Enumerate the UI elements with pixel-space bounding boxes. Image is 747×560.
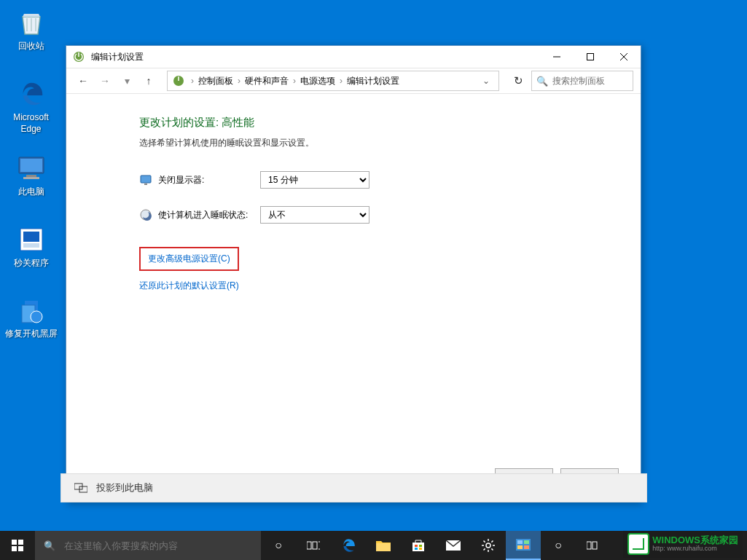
desktop-icon-sec-shutdown[interactable]: 秒关程序 [4,224,58,269]
watermark-brand: WINDOWS系统家园 [652,535,738,545]
taskbar-store[interactable] [401,531,436,560]
search-input[interactable] [552,76,628,86]
svg-rect-24 [18,546,23,551]
svg-rect-40 [517,545,523,549]
svg-rect-42 [587,542,591,549]
display-off-select[interactable]: 15 分钟 [260,171,369,189]
watermark-url: http: www.ruhaifu.com [652,545,738,553]
svg-rect-2 [26,175,36,177]
close-button[interactable] [607,46,641,68]
control-panel-window: 编辑计划设置 ← → ▾ ↑ › 控制面板 › 硬件和声音 › 电源 [66,45,641,502]
desktop-icon-label: 修复开机黑屏 [4,328,58,340]
taskbar-cortana-2[interactable]: ○ [541,531,576,560]
breadcrumb-item[interactable]: 编辑计划设置 [344,75,402,87]
desktop-icon-label: 此电脑 [4,186,58,198]
taskbar-control-panel[interactable] [506,531,541,560]
project-strip[interactable]: 投影到此电脑 [60,473,647,502]
taskbar-mail[interactable] [436,531,471,560]
desktop-icon-label: 回收站 [4,41,58,52]
chevron-right-icon: › [292,76,297,86]
watermark: WINDOWS系统家园 http: www.ruhaifu.com [623,530,743,558]
svg-rect-38 [517,540,523,544]
svg-rect-21 [12,540,17,545]
recent-dropdown[interactable]: ▾ [117,71,136,90]
svg-rect-32 [419,545,422,547]
power-options-icon [172,74,185,87]
taskbar-search[interactable]: 🔍 [35,531,261,560]
minimize-button[interactable] [540,46,574,68]
svg-rect-26 [313,542,317,549]
start-button[interactable] [0,531,35,560]
nav-row: ← → ▾ ↑ › 控制面板 › 硬件和声音 › 电源选项 › 编辑计划设置 ⌄… [66,68,641,94]
desktop-icon-label: 秒关程序 [4,258,58,269]
svg-rect-6 [23,243,39,248]
setting-label: 关闭显示器: [158,174,260,186]
svg-rect-33 [415,548,418,550]
fix-icon [16,295,47,326]
desktop-icon-fix-boot[interactable]: 修复开机黑屏 [4,295,58,340]
desktop-icon-this-pc[interactable]: 此电脑 [4,153,58,198]
setting-label: 使计算机进入睡眠状态: [158,209,260,221]
power-options-icon [72,50,85,63]
svg-rect-31 [415,545,418,547]
chevron-right-icon: › [338,76,344,86]
up-button[interactable]: ↑ [139,71,158,90]
display-icon [139,173,152,186]
taskbar-search-input[interactable] [64,540,252,551]
svg-rect-29 [376,543,391,551]
svg-rect-16 [141,176,151,183]
desktop-icon-label: Microsoft Edge [4,112,58,135]
project-icon [74,483,87,493]
restore-defaults-link[interactable]: 还原此计划的默认设置(R) [139,280,619,292]
task-view-button[interactable] [296,531,331,560]
svg-rect-5 [23,232,39,242]
setting-row-sleep: 使计算机进入睡眠状态: 从不 [139,206,619,224]
svg-rect-17 [144,184,147,185]
svg-rect-30 [412,543,424,551]
breadcrumb-item[interactable]: 硬件和声音 [242,75,292,87]
svg-rect-3 [23,177,39,179]
svg-rect-43 [592,542,597,549]
svg-rect-39 [524,540,529,544]
edge-icon [16,79,47,109]
back-button[interactable]: ← [74,71,93,90]
refresh-button[interactable]: ↻ [508,71,528,91]
svg-point-36 [486,543,490,548]
chevron-right-icon: › [236,76,242,86]
page-subheading: 选择希望计算机使用的睡眠设置和显示设置。 [139,137,619,149]
desktop-icon-recycle-bin[interactable]: 回收站 [4,7,58,52]
this-pc-icon [16,153,47,184]
setting-row-display: 关闭显示器: 15 分钟 [139,171,619,189]
page-heading: 更改计划的设置: 高性能 [139,116,619,130]
svg-rect-22 [18,540,23,545]
svg-rect-1 [20,159,42,172]
breadcrumb-item[interactable]: 电源选项 [297,75,338,87]
watermark-icon [627,533,649,555]
program-icon [16,224,47,255]
sleep-select[interactable]: 从不 [260,206,369,224]
desktop-icon-edge[interactable]: Microsoft Edge [4,79,58,135]
titlebar: 编辑计划设置 [66,46,641,68]
forward-button[interactable]: → [95,71,114,90]
svg-point-9 [31,311,42,323]
breadcrumb-item[interactable]: 控制面板 [195,75,236,87]
svg-rect-25 [307,542,311,549]
taskbar-task-view-2[interactable] [576,531,611,560]
cortana-button[interactable]: ○ [261,531,296,560]
sleep-icon [139,208,152,221]
search-icon: 🔍 [536,76,548,87]
svg-rect-41 [524,545,529,549]
taskbar-settings[interactable] [471,531,506,560]
project-label: 投影到此电脑 [96,481,153,494]
svg-rect-23 [12,546,17,551]
content-area: 更改计划的设置: 高性能 选择希望计算机使用的睡眠设置和显示设置。 关闭显示器:… [66,94,641,468]
search-box[interactable]: 🔍 [531,71,633,91]
taskbar-edge[interactable] [331,531,366,560]
advanced-power-settings-link[interactable]: 更改高级电源设置(C) [139,247,239,271]
breadcrumb-dropdown[interactable]: ⌄ [478,76,494,86]
recycle-bin-icon [16,7,47,38]
taskbar-explorer[interactable] [366,531,401,560]
breadcrumb[interactable]: › 控制面板 › 硬件和声音 › 电源选项 › 编辑计划设置 ⌄ [167,71,499,91]
maximize-button[interactable] [574,46,607,68]
svg-rect-12 [587,54,594,60]
